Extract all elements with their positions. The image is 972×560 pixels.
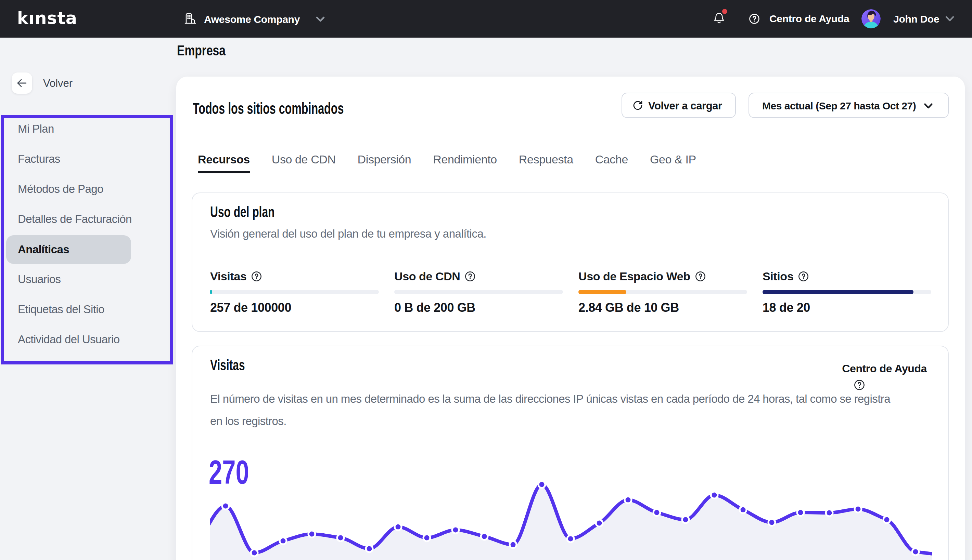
sidebar-item-detalles-de-facturacion[interactable]: Detalles de Facturación (18, 211, 132, 227)
meter-espacio-web-fill (579, 290, 626, 294)
plan-usage-title: Uso del plan (210, 203, 274, 220)
sidebar: Volver Mi Plan Facturas Métodos de Pago … (0, 38, 176, 560)
chevron-down-icon (924, 102, 933, 110)
help-center-label: Centro de Ayuda (770, 12, 849, 25)
visits-title: Visitas (210, 357, 245, 374)
arrow-left-icon (17, 78, 27, 88)
analytics-tabs: Recursos Uso de CDN Dispersión Rendimien… (198, 152, 696, 173)
meter-visitas-label-text: Visitas (210, 270, 246, 283)
period-label: Mes actual (Sep 27 hasta Oct 27) (762, 100, 916, 112)
meter-cdn-label: Uso de CDN (394, 269, 563, 283)
meter-espacio-web-value: 2.84 GB de 10 GB (579, 300, 747, 315)
chevron-down-icon (316, 15, 325, 23)
meter-espacio-web-label: Uso de Espacio Web (579, 269, 747, 283)
notification-badge (722, 9, 727, 14)
tab-respuesta[interactable]: Respuesta (519, 152, 573, 173)
page-title: Empresa (177, 42, 226, 59)
meter-sitios-label-text: Sitios (763, 270, 793, 283)
meter-espacio-web: Uso de Espacio Web 2.84 GB de 10 GB (579, 269, 747, 315)
tab-recursos[interactable]: Recursos (198, 152, 250, 173)
back-label[interactable]: Volver (43, 77, 72, 90)
meter-visitas: Visitas 257 de 100000 (210, 269, 379, 315)
combined-sites-title: Todos los sitios combinados (193, 99, 344, 118)
question-circle-icon[interactable] (465, 271, 475, 282)
meter-cdn-value: 0 B de 200 GB (394, 300, 563, 315)
user-menu[interactable]: John Doe (862, 0, 957, 38)
visits-area-chart (210, 472, 932, 560)
topbar: kınsta Awesome Company (0, 0, 972, 38)
company-name: Awesome Company (204, 13, 300, 26)
notifications-bell-icon[interactable] (714, 12, 724, 24)
question-circle-icon[interactable] (695, 271, 706, 282)
question-circle-icon (749, 13, 760, 24)
sidebar-item-facturas[interactable]: Facturas (18, 151, 60, 167)
question-circle-icon[interactable] (798, 271, 809, 282)
period-dropdown[interactable]: Mes actual (Sep 27 hasta Oct 27) (748, 93, 949, 118)
meter-espacio-web-track (579, 290, 747, 294)
meter-sitios-fill (763, 290, 913, 294)
tab-geo-ip[interactable]: Geo & IP (650, 152, 696, 173)
question-circle-icon[interactable] (251, 271, 262, 282)
user-name: John Doe (893, 13, 939, 26)
sidebar-item-metodos-de-pago[interactable]: Métodos de Pago (18, 181, 104, 197)
company-analytics-card: Todos los sitios combinados Volver a car… (176, 77, 965, 560)
visits-card: Visitas Centro de Ayuda El número de vis… (192, 346, 949, 560)
meter-visitas-value: 257 de 100000 (210, 300, 379, 315)
refresh-icon (632, 100, 643, 111)
meter-sitios-value: 18 de 20 (763, 300, 931, 315)
chevron-down-icon (945, 15, 954, 22)
tab-dispersion[interactable]: Dispersión (358, 152, 412, 173)
building-icon (184, 13, 196, 25)
meter-visitas-fill (210, 290, 212, 294)
meter-cdn: Uso de CDN 0 B de 200 GB (394, 269, 563, 315)
visits-description: El número de visitas en un mes determina… (210, 388, 897, 432)
meter-visitas-track (210, 290, 379, 294)
kinsta-logo[interactable]: kınsta (17, 8, 77, 29)
plan-usage-card: Uso del plan Visión general del uso del … (192, 192, 949, 332)
meter-cdn-track (394, 290, 563, 294)
meter-espacio-web-label-text: Uso de Espacio Web (579, 270, 690, 283)
avatar (862, 9, 881, 28)
tab-uso-de-cdn[interactable]: Uso de CDN (272, 152, 336, 173)
meter-cdn-label-text: Uso de CDN (394, 270, 460, 283)
back-button[interactable] (12, 72, 32, 94)
tab-rendimiento[interactable]: Rendimiento (433, 152, 497, 173)
meter-sitios-track (763, 290, 931, 294)
company-selector[interactable]: Awesome Company (184, 0, 335, 38)
sidebar-item-analiticas[interactable]: Analíticas (18, 242, 69, 258)
sidebar-item-usuarios[interactable]: Usuarios (18, 271, 60, 288)
plan-usage-subtitle: Visión general del uso del plan de tu em… (210, 227, 486, 241)
tab-cache[interactable]: Cache (595, 152, 628, 173)
meter-sitios-label: Sitios (763, 269, 931, 283)
reload-label: Volver a cargar (648, 100, 722, 112)
sidebar-item-etiquetas-del-sitio[interactable]: Etiquetas del Sitio (18, 301, 104, 318)
visits-help-link[interactable]: Centro de Ayuda (842, 362, 927, 375)
meter-visitas-label: Visitas (210, 269, 379, 283)
sidebar-item-actividad-del-usuario[interactable]: Actividad del Usuario (18, 331, 119, 348)
reload-button[interactable]: Volver a cargar (622, 93, 736, 118)
meter-sitios: Sitios 18 de 20 (763, 269, 931, 315)
sidebar-item-mi-plan[interactable]: Mi Plan (18, 121, 54, 137)
